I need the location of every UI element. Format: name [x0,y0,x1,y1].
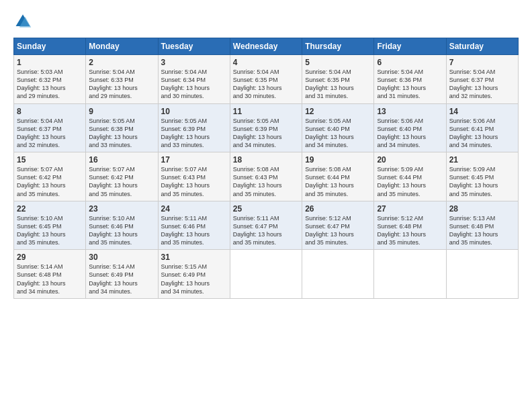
header-cell-thursday: Thursday [302,38,374,55]
day-cell: 16Sunrise: 5:07 AMSunset: 6:42 PMDayligh… [86,152,158,201]
day-cell [374,250,446,299]
day-cell: 14Sunrise: 5:06 AMSunset: 6:41 PMDayligh… [446,103,518,152]
day-number: 29 [17,253,83,262]
calendar-table: SundayMondayTuesdayWednesdayThursdayFrid… [13,38,519,299]
header-cell-wednesday: Wednesday [230,38,302,55]
day-info: Sunrise: 5:05 AMSunset: 6:38 PMDaylight:… [89,117,154,150]
header-row: SundayMondayTuesdayWednesdayThursdayFrid… [14,38,519,55]
day-cell: 28Sunrise: 5:13 AMSunset: 6:48 PMDayligh… [446,201,518,250]
day-number: 15 [17,155,83,165]
day-number: 11 [233,107,299,116]
day-number: 14 [449,107,515,116]
day-number: 6 [377,58,443,67]
day-info: Sunrise: 5:09 AMSunset: 6:45 PMDaylight:… [449,165,515,198]
day-number: 4 [233,58,299,67]
day-info: Sunrise: 5:04 AMSunset: 6:33 PMDaylight:… [89,68,154,101]
day-number: 20 [377,155,443,165]
day-number: 23 [89,204,154,214]
day-cell: 1Sunrise: 5:03 AMSunset: 6:32 PMDaylight… [14,55,86,104]
day-info: Sunrise: 5:07 AMSunset: 6:42 PMDaylight:… [89,165,154,198]
header-cell-monday: Monday [86,38,158,55]
day-number: 7 [449,58,515,67]
day-cell: 23Sunrise: 5:10 AMSunset: 6:46 PMDayligh… [86,201,158,250]
day-info: Sunrise: 5:14 AMSunset: 6:49 PMDaylight:… [89,263,154,295]
day-info: Sunrise: 5:12 AMSunset: 6:48 PMDaylight:… [377,214,443,247]
day-info: Sunrise: 5:06 AMSunset: 6:41 PMDaylight:… [449,117,515,150]
day-info: Sunrise: 5:04 AMSunset: 6:35 PMDaylight:… [233,68,299,101]
day-cell: 10Sunrise: 5:05 AMSunset: 6:39 PMDayligh… [158,103,230,152]
day-cell: 21Sunrise: 5:09 AMSunset: 6:45 PMDayligh… [446,152,518,201]
header-cell-sunday: Sunday [14,38,86,55]
day-number: 13 [377,107,443,116]
day-number: 24 [161,204,227,214]
day-cell [446,250,518,299]
day-cell: 22Sunrise: 5:10 AMSunset: 6:45 PMDayligh… [14,201,86,250]
day-info: Sunrise: 5:07 AMSunset: 6:42 PMDaylight:… [17,165,83,198]
day-info: Sunrise: 5:13 AMSunset: 6:48 PMDaylight:… [449,214,515,247]
day-cell: 12Sunrise: 5:05 AMSunset: 6:40 PMDayligh… [302,103,374,152]
day-number: 27 [377,204,443,214]
week-row-4: 22Sunrise: 5:10 AMSunset: 6:45 PMDayligh… [14,201,519,250]
day-number: 10 [161,107,227,116]
header [13,12,519,31]
day-cell: 24Sunrise: 5:11 AMSunset: 6:46 PMDayligh… [158,201,230,250]
day-info: Sunrise: 5:10 AMSunset: 6:46 PMDaylight:… [89,214,154,247]
day-cell [230,250,302,299]
header-cell-tuesday: Tuesday [158,38,230,55]
week-row-3: 15Sunrise: 5:07 AMSunset: 6:42 PMDayligh… [14,152,519,201]
day-cell: 31Sunrise: 5:15 AMSunset: 6:49 PMDayligh… [158,250,230,299]
day-info: Sunrise: 5:07 AMSunset: 6:43 PMDaylight:… [161,165,227,198]
day-info: Sunrise: 5:08 AMSunset: 6:44 PMDaylight:… [305,165,371,198]
day-number: 21 [449,155,515,165]
day-cell: 7Sunrise: 5:04 AMSunset: 6:37 PMDaylight… [446,55,518,104]
day-number: 25 [233,204,299,214]
day-cell: 19Sunrise: 5:08 AMSunset: 6:44 PMDayligh… [302,152,374,201]
day-cell: 8Sunrise: 5:04 AMSunset: 6:37 PMDaylight… [14,103,86,152]
day-number: 2 [89,58,154,67]
day-number: 5 [305,58,371,67]
day-number: 12 [305,107,371,116]
day-cell: 3Sunrise: 5:04 AMSunset: 6:34 PMDaylight… [158,55,230,104]
day-cell: 29Sunrise: 5:14 AMSunset: 6:48 PMDayligh… [14,250,86,299]
week-row-2: 8Sunrise: 5:04 AMSunset: 6:37 PMDaylight… [14,103,519,152]
day-number: 26 [305,204,371,214]
day-number: 17 [161,155,227,165]
day-cell: 2Sunrise: 5:04 AMSunset: 6:33 PMDaylight… [86,55,158,104]
week-row-5: 29Sunrise: 5:14 AMSunset: 6:48 PMDayligh… [14,250,519,299]
header-cell-friday: Friday [374,38,446,55]
day-info: Sunrise: 5:04 AMSunset: 6:34 PMDaylight:… [161,68,227,101]
day-number: 19 [305,155,371,165]
day-info: Sunrise: 5:15 AMSunset: 6:49 PMDaylight:… [161,263,227,295]
day-info: Sunrise: 5:10 AMSunset: 6:45 PMDaylight:… [17,214,83,247]
day-number: 16 [89,155,154,165]
day-cell: 25Sunrise: 5:11 AMSunset: 6:47 PMDayligh… [230,201,302,250]
day-info: Sunrise: 5:05 AMSunset: 6:39 PMDaylight:… [161,117,227,150]
day-cell: 26Sunrise: 5:12 AMSunset: 6:47 PMDayligh… [302,201,374,250]
day-info: Sunrise: 5:12 AMSunset: 6:47 PMDaylight:… [305,214,371,247]
day-info: Sunrise: 5:05 AMSunset: 6:39 PMDaylight:… [233,117,299,150]
day-info: Sunrise: 5:05 AMSunset: 6:40 PMDaylight:… [305,117,371,150]
day-cell: 11Sunrise: 5:05 AMSunset: 6:39 PMDayligh… [230,103,302,152]
day-info: Sunrise: 5:04 AMSunset: 6:37 PMDaylight:… [17,117,83,150]
day-cell: 27Sunrise: 5:12 AMSunset: 6:48 PMDayligh… [374,201,446,250]
day-number: 8 [17,107,83,116]
page: SundayMondayTuesdayWednesdayThursdayFrid… [0,0,532,411]
day-number: 1 [17,58,83,67]
day-info: Sunrise: 5:11 AMSunset: 6:46 PMDaylight:… [161,214,227,247]
day-info: Sunrise: 5:04 AMSunset: 6:36 PMDaylight:… [377,68,443,101]
day-number: 18 [233,155,299,165]
day-info: Sunrise: 5:04 AMSunset: 6:35 PMDaylight:… [305,68,371,101]
logo [13,12,35,31]
day-info: Sunrise: 5:14 AMSunset: 6:48 PMDaylight:… [17,263,83,295]
day-cell: 30Sunrise: 5:14 AMSunset: 6:49 PMDayligh… [86,250,158,299]
day-cell: 18Sunrise: 5:08 AMSunset: 6:43 PMDayligh… [230,152,302,201]
day-info: Sunrise: 5:11 AMSunset: 6:47 PMDaylight:… [233,214,299,247]
day-number: 30 [89,253,154,262]
day-number: 31 [161,253,227,262]
day-cell: 17Sunrise: 5:07 AMSunset: 6:43 PMDayligh… [158,152,230,201]
day-info: Sunrise: 5:09 AMSunset: 6:44 PMDaylight:… [377,165,443,198]
logo-icon [13,12,32,31]
week-row-1: 1Sunrise: 5:03 AMSunset: 6:32 PMDaylight… [14,55,519,104]
day-info: Sunrise: 5:03 AMSunset: 6:32 PMDaylight:… [17,68,83,101]
day-cell: 20Sunrise: 5:09 AMSunset: 6:44 PMDayligh… [374,152,446,201]
